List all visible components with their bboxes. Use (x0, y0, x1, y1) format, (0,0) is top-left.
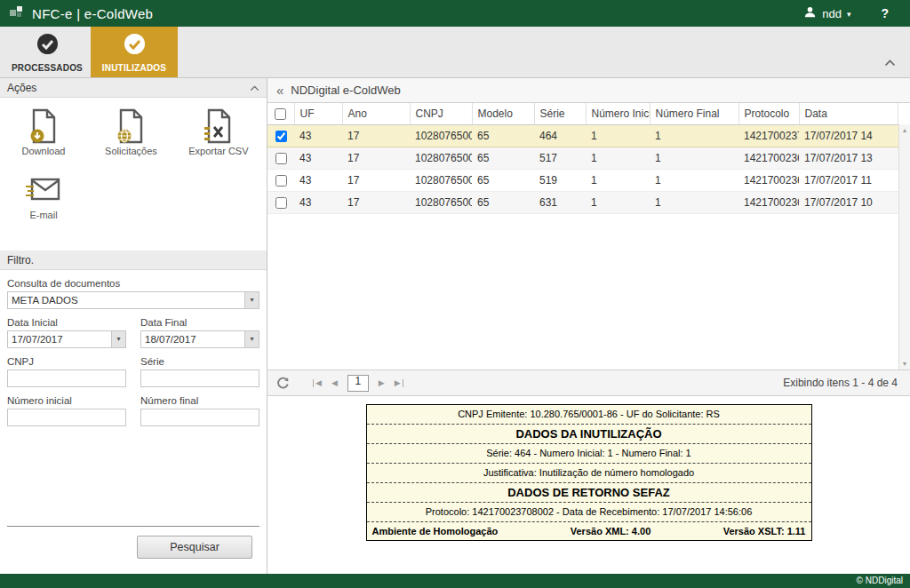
topbar-right: ndd ▾ ? (803, 5, 901, 22)
pesquisar-button[interactable]: Pesquisar (137, 536, 252, 559)
solicitacoes-button[interactable]: Solicitações (89, 107, 172, 156)
data-final-value: 18/07/2017 (141, 334, 244, 345)
table-row[interactable]: 43 17 1028076500 65 519 1 1 142170023693… (267, 169, 898, 191)
pager-bar: ◀ ◀ 1 ▶ ▶ Exibindo itens 1 - 4 de 4 (267, 369, 910, 396)
collapse-actions-icon[interactable] (250, 82, 259, 94)
numero-final-input[interactable] (140, 409, 259, 426)
tabstrip: PROCESSADOS INUTILIZADOS (0, 27, 910, 78)
col-numero-final[interactable]: Número Final (650, 103, 738, 124)
vertical-scrollbar[interactable]: ▲ ▼ (898, 124, 910, 369)
scroll-down-icon[interactable]: ▼ (902, 361, 908, 367)
export-csv-button[interactable]: Exportar CSV (177, 107, 260, 156)
cell-serie: 464 (534, 124, 586, 147)
chevron-down-icon[interactable]: ▾ (111, 331, 125, 347)
check-circle-light-icon (123, 32, 147, 60)
first-page-icon[interactable]: ◀ (313, 379, 322, 387)
detail-ambiente: Ambiente de Homologação (372, 526, 499, 536)
col-protocolo[interactable]: Protocolo (738, 103, 799, 124)
col-modelo[interactable]: Modelo (472, 103, 534, 124)
serie-input[interactable] (140, 369, 259, 387)
col-serie[interactable]: Série (534, 103, 586, 124)
last-page-icon[interactable]: ▶ (395, 379, 403, 387)
cell-modelo: 65 (472, 124, 534, 147)
email-envelope-icon (2, 171, 85, 210)
chevron-down-icon[interactable]: ▾ (244, 331, 259, 347)
cell-uf: 43 (294, 191, 342, 213)
page-number-box[interactable]: 1 (347, 375, 369, 392)
serie-label: Série (140, 356, 259, 367)
select-all-checkbox[interactable] (275, 108, 286, 120)
data-final-label: Data Final (140, 317, 259, 328)
table-row[interactable]: 43 17 1028076500 65 631 1 1 142170023693… (267, 191, 898, 213)
filter-section-header: Filtro. (0, 250, 267, 270)
actions-title: Ações (7, 82, 36, 94)
cell-data: 17/07/2017 10 (799, 191, 898, 213)
form-separator (7, 526, 259, 527)
pager-status: Exibindo itens 1 - 4 de 4 (783, 377, 901, 389)
cell-numero-inicial: 1 (586, 147, 650, 169)
actions-grid: Download Solicitações (0, 98, 267, 250)
scroll-up-icon[interactable]: ▲ (902, 127, 908, 133)
cell-cnpj: 1028076500 (410, 191, 472, 213)
detail-protocolo-line: Protocolo: 142170023708002 - Data de Rec… (367, 502, 811, 521)
main-header-title: NDDigital e-ColdWeb (291, 83, 400, 97)
col-numero-inicial[interactable]: Número Inicial (586, 103, 650, 124)
table-row[interactable]: 43 17 1028076500 65 464 1 1 142170023708… (267, 124, 898, 147)
cnpj-input[interactable] (7, 369, 126, 387)
col-cnpj[interactable]: CNPJ (410, 103, 472, 124)
cell-numero-final: 1 (650, 191, 738, 213)
cell-uf: 43 (294, 124, 342, 147)
user-menu[interactable]: ndd (822, 7, 842, 20)
bottombar: © NDDigital (0, 574, 910, 588)
cell-modelo: 65 (472, 147, 534, 169)
sidebar: Ações Download (0, 78, 267, 574)
numero-inicial-label: Número inicial (7, 395, 126, 406)
detail-versao-xslt: Versão XSLT: 1.11 (723, 526, 806, 536)
table-header-row: UF Ano CNPJ Modelo Série Número Inicial … (267, 103, 898, 124)
prev-page-icon[interactable]: ◀ (331, 379, 338, 387)
data-inicial-value: 17/07/2017 (8, 334, 111, 345)
download-document-icon (2, 107, 85, 146)
topbar-left: NFC-e | e-ColdWeb (9, 4, 153, 23)
col-data[interactable]: Data (799, 103, 898, 124)
cell-uf: 43 (294, 169, 342, 191)
data-inicial-picker[interactable]: 17/07/2017 ▾ (7, 330, 126, 348)
next-page-icon[interactable]: ▶ (379, 379, 385, 387)
cell-modelo: 65 (472, 191, 534, 213)
table-row[interactable]: 43 17 1028076500 65 517 1 1 142170023693… (267, 147, 898, 169)
col-uf[interactable]: UF (294, 103, 342, 124)
row-checkbox[interactable] (275, 131, 287, 142)
user-caret-icon[interactable]: ▾ (847, 11, 851, 19)
tab-processados[interactable]: PROCESSADOS (4, 27, 91, 77)
col-ano[interactable]: Ano (342, 103, 410, 124)
help-button[interactable]: ? (881, 6, 889, 20)
detail-emitente-line: CNPJ Emitente: 10.280.765/0001-86 - UF d… (367, 405, 811, 424)
tab-inutilizados[interactable]: INUTILIZADOS (91, 27, 178, 77)
chevron-down-icon[interactable]: ▾ (244, 292, 259, 308)
export-csv-icon (177, 107, 260, 146)
data-final-picker[interactable]: 18/07/2017 ▾ (140, 330, 259, 348)
app-title: NFC-e | e-ColdWeb (32, 6, 153, 21)
numero-inicial-input[interactable] (7, 409, 126, 426)
cell-modelo: 65 (472, 169, 534, 191)
refresh-icon[interactable] (276, 377, 290, 390)
content: Ações Download (0, 78, 910, 574)
cell-serie: 517 (534, 147, 586, 169)
download-button[interactable]: Download (2, 107, 85, 156)
email-button[interactable]: E-mail (2, 171, 85, 220)
row-checkbox[interactable] (275, 197, 287, 209)
cell-serie: 519 (534, 169, 586, 191)
cell-data: 17/07/2017 13 (799, 147, 898, 169)
inutilizacao-detail-card: CNPJ Emitente: 10.280.765/0001-86 - UF d… (366, 404, 812, 541)
collapse-sidebar-icon[interactable]: « (276, 83, 283, 98)
cell-numero-final: 1 (650, 169, 738, 191)
consulta-dropdown[interactable]: META DADOS ▾ (7, 291, 259, 309)
row-checkbox[interactable] (275, 175, 287, 187)
collapse-ribbon-icon[interactable] (884, 54, 896, 70)
row-checkbox[interactable] (275, 153, 287, 164)
cell-ano: 17 (342, 169, 410, 191)
detail-section1-title: DADOS DA INUTILIZAÇÃO (367, 424, 811, 443)
detail-section2-title: DADOS DE RETORNO SEFAZ (367, 482, 811, 502)
consulta-value: META DADOS (8, 295, 244, 306)
main-panel: « NDDigital e-ColdWeb UF Ano (267, 78, 910, 574)
